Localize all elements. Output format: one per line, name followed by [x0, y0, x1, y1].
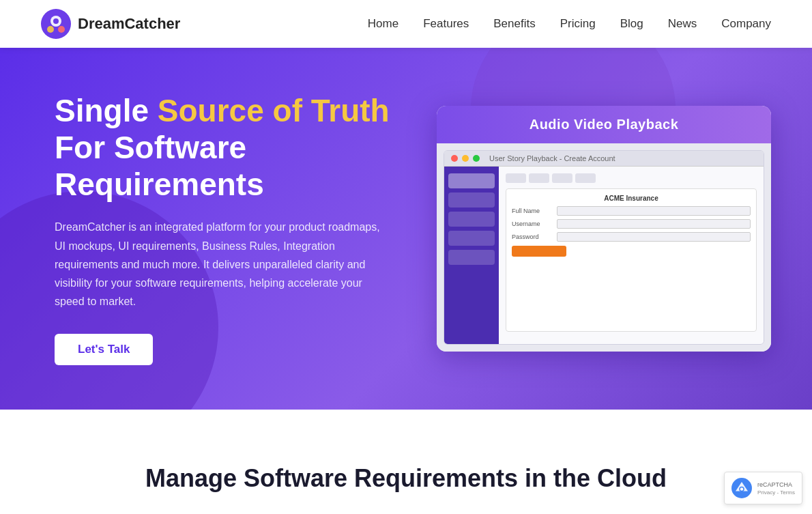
nav-item-pricing[interactable]: Pricing — [560, 17, 596, 31]
mock-toolbar-btn-4 — [575, 173, 596, 183]
mock-sidebar-item-4 — [448, 231, 495, 246]
recaptcha-text-block: reCAPTCHA Privacy - Terms — [757, 481, 795, 496]
hero-title-highlight: Source of Truth — [158, 93, 390, 128]
svg-point-7 — [740, 487, 744, 491]
mock-body: ACME Insurance Full Name Username — [444, 167, 764, 344]
logo[interactable]: DreamCatcher — [41, 9, 180, 39]
video-card: Audio Video Playback User Story Playback… — [437, 106, 771, 352]
logo-label: DreamCatcher — [78, 15, 180, 33]
mock-field-fullname: Full Name — [512, 206, 751, 216]
nav-item-features[interactable]: Features — [423, 17, 469, 31]
mock-label-fullname: Full Name — [512, 208, 553, 214]
svg-point-2 — [47, 26, 54, 33]
mock-form-fields: Full Name Username Password — [512, 206, 751, 242]
svg-point-4 — [53, 18, 59, 24]
mock-toolbar-btn-1 — [506, 173, 526, 183]
mock-canvas-title: ACME Insurance — [512, 195, 751, 202]
svg-point-3 — [58, 26, 65, 33]
hero-content: Single Source of Truth For Software Requ… — [55, 92, 396, 366]
mock-dot-red — [451, 155, 458, 162]
mock-dot-green — [473, 155, 480, 162]
mock-window-bar: User Story Playback - Create Account — [444, 151, 764, 167]
hero-video-card-wrapper: Audio Video Playback User Story Playback… — [437, 106, 771, 352]
mock-toolbar-btn-2 — [529, 173, 549, 183]
mock-label-password: Password — [512, 233, 553, 240]
nav-links: Home Features Benefits Pricing Blog News… — [368, 17, 771, 31]
mock-sidebar-item-3 — [448, 212, 495, 227]
logo-icon — [41, 9, 71, 39]
recaptcha-label: reCAPTCHA — [757, 481, 795, 489]
recaptcha-logo-icon — [731, 478, 752, 498]
mock-sidebar-item-5 — [448, 250, 495, 265]
mock-window-title: User Story Playback - Create Account — [489, 154, 615, 162]
mock-window: User Story Playback - Create Account — [444, 150, 764, 345]
hero-description: DreamCatcher is an integrated platform f… — [55, 218, 382, 311]
nav-item-home[interactable]: Home — [368, 17, 398, 31]
mock-input-username — [557, 219, 751, 229]
mock-field-username: Username — [512, 219, 751, 229]
mock-toolbar — [506, 173, 757, 183]
mock-sidebar-item-1 — [448, 173, 495, 188]
hero-title: Single Source of Truth For Software Requ… — [55, 92, 396, 203]
mock-sidebar — [444, 167, 499, 344]
video-card-title: Audio Video Playback — [530, 117, 679, 132]
nav-item-benefits[interactable]: Benefits — [493, 17, 535, 31]
manage-section: Manage Software Requirements in the Clou… — [0, 410, 812, 514]
nav-item-blog[interactable]: Blog — [620, 17, 643, 31]
mock-input-fullname — [557, 206, 751, 216]
mock-input-password — [557, 232, 751, 242]
video-card-body: User Story Playback - Create Account — [437, 143, 771, 352]
hero-section: Single Source of Truth For Software Requ… — [0, 48, 812, 410]
mock-dot-yellow — [462, 155, 469, 162]
video-card-header: Audio Video Playback — [437, 106, 771, 143]
mock-canvas: ACME Insurance Full Name Username — [506, 188, 757, 332]
recaptcha-badge: reCAPTCHA Privacy - Terms — [724, 472, 802, 504]
nav-item-news[interactable]: News — [668, 17, 697, 31]
mock-toolbar-btn-3 — [552, 173, 572, 183]
nav-item-company[interactable]: Company — [721, 17, 771, 31]
hero-title-prefix: Single — [55, 93, 158, 128]
recaptcha-links: Privacy - Terms — [757, 489, 795, 496]
lets-talk-button[interactable]: Let's Talk — [55, 334, 153, 365]
navbar: DreamCatcher Home Features Benefits Pric… — [0, 0, 812, 48]
manage-title: Manage Software Requirements in the Clou… — [41, 464, 771, 493]
mock-submit-btn — [512, 246, 566, 257]
mock-field-password: Password — [512, 232, 751, 242]
mock-main: ACME Insurance Full Name Username — [499, 167, 764, 344]
hero-title-line2: For Software Requirements — [55, 130, 264, 202]
mock-sidebar-item-2 — [448, 192, 495, 208]
mock-label-username: Username — [512, 220, 553, 227]
